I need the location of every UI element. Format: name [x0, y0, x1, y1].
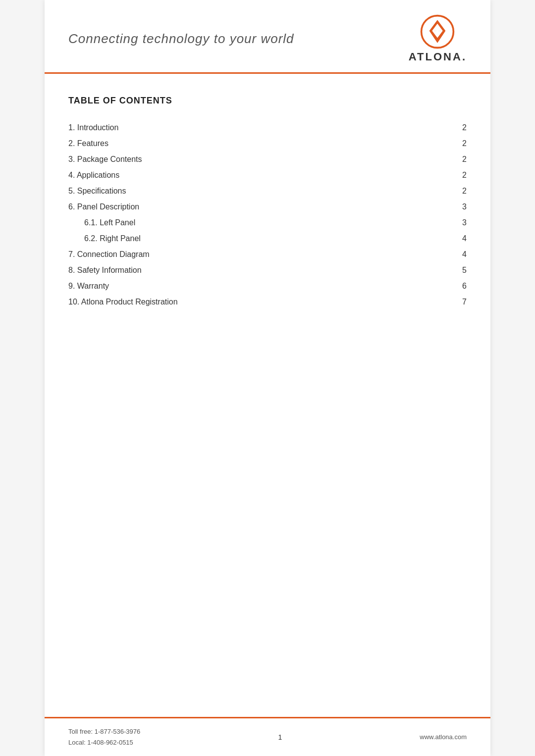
toc-item-label: 6. Panel Description: [68, 199, 432, 215]
toc-item-page: 4: [432, 231, 467, 247]
toc-row: 6. Panel Description3: [68, 199, 467, 215]
toc-item-page: 5: [432, 262, 467, 278]
toc-item-label: 1. Introduction: [68, 120, 432, 136]
toc-item-page: 2: [432, 167, 467, 183]
toc-item-label: 2. Features: [68, 136, 432, 151]
toc-item-page: 7: [432, 294, 467, 310]
toc-item-page: 2: [432, 136, 467, 151]
footer-contact: Toll free: 1-877-536-3976 Local: 1-408-9…: [68, 726, 140, 748]
footer-page-number: 1: [278, 733, 282, 741]
toc-item-label: 6.1. Left Panel: [68, 215, 432, 231]
toc-item-label: 7. Connection Diagram: [68, 247, 432, 262]
toc-row: 8. Safety Information5: [68, 262, 467, 278]
toc-row: 3. Package Contents2: [68, 151, 467, 167]
toc-item-label: 5. Specifications: [68, 183, 432, 199]
page: Connecting technology to your world: [45, 0, 490, 756]
toc-item-label: 9. Warranty: [68, 278, 432, 294]
toc-item-label: 10. Atlona Product Registration: [68, 294, 432, 310]
toc-item-label: 4. Applications: [68, 167, 432, 183]
toc-item-label: 6.2. Right Panel: [68, 231, 432, 247]
toc-title: TABLE OF CONTENTS: [68, 96, 467, 106]
tagline: Connecting technology to your world: [68, 31, 294, 47]
toc-item-page: 3: [432, 215, 467, 231]
main-content: TABLE OF CONTENTS 1. Introduction22. Fea…: [45, 74, 490, 717]
toc-row: 1. Introduction2: [68, 120, 467, 136]
toc-row: 5. Specifications2: [68, 183, 467, 199]
toc-table: 1. Introduction22. Features23. Package C…: [68, 120, 467, 310]
toc-item-page: 4: [432, 247, 467, 262]
toc-row: 4. Applications2: [68, 167, 467, 183]
toc-item-page: 3: [432, 199, 467, 215]
header: Connecting technology to your world: [45, 0, 490, 74]
toc-row: 6.1. Left Panel3: [68, 215, 467, 231]
atlona-logo-text: ATLONA.: [409, 50, 467, 63]
toc-item-page: 2: [432, 151, 467, 167]
toc-row: 9. Warranty6: [68, 278, 467, 294]
toc-item-page: 2: [432, 120, 467, 136]
toc-item-page: 6: [432, 278, 467, 294]
footer: Toll free: 1-877-536-3976 Local: 1-408-9…: [45, 717, 490, 756]
toc-row: 10. Atlona Product Registration7: [68, 294, 467, 310]
toc-item-label: 3. Package Contents: [68, 151, 432, 167]
footer-website: www.atlona.com: [420, 733, 467, 741]
toc-row: 7. Connection Diagram4: [68, 247, 467, 262]
toc-item-label: 8. Safety Information: [68, 262, 432, 278]
toc-item-page: 2: [432, 183, 467, 199]
local-label: Local: 1-408-962-0515: [68, 739, 133, 746]
atlona-logo-icon: [420, 14, 455, 50]
toll-free-label: Toll free: 1-877-536-3976: [68, 728, 140, 735]
atlona-logo: ATLONA.: [409, 14, 467, 63]
toc-row: 6.2. Right Panel4: [68, 231, 467, 247]
toc-row: 2. Features2: [68, 136, 467, 151]
